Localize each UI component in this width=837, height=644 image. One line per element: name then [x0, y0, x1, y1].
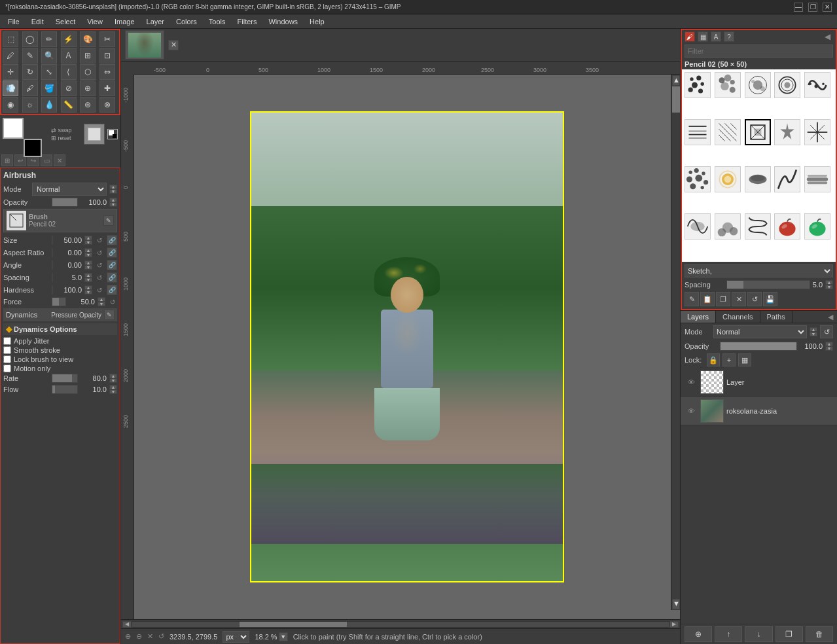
- brush-cell-16[interactable]: [715, 213, 741, 240]
- brush-cell-14[interactable]: [804, 166, 830, 192]
- brush-cell-18[interactable]: [774, 213, 800, 240]
- swap-colors-icon[interactable]: ⇄ swap: [51, 127, 72, 134]
- angle-link-button[interactable]: 🔗: [107, 260, 117, 270]
- lock-position-button[interactable]: +: [722, 353, 736, 367]
- brush-spacing-spinner[interactable]: ▲ ▼: [825, 280, 833, 289]
- nav-extra-button[interactable]: ↺: [158, 632, 164, 641]
- vscroll-down-button[interactable]: ▼: [672, 599, 680, 609]
- tool-dodge[interactable]: ☼: [22, 97, 38, 113]
- foreground-color[interactable]: [3, 118, 24, 139]
- vertical-scrollbar[interactable]: ▲ ▼: [671, 75, 680, 610]
- brush-copy-button[interactable]: ❐: [716, 292, 730, 306]
- brush-cell-7[interactable]: [745, 119, 771, 145]
- new-layer-icon[interactable]: ⊞: [1, 154, 13, 166]
- help-icon[interactable]: ?: [724, 31, 734, 42]
- tool-move[interactable]: ✛: [3, 64, 18, 80]
- layer-visibility-1[interactable]: 👁: [685, 404, 698, 418]
- brush-cell-6[interactable]: [715, 119, 741, 145]
- apply-jitter-checkbox[interactable]: [3, 337, 11, 345]
- dynamics-edit-button[interactable]: ✎: [104, 310, 115, 320]
- menu-file[interactable]: File: [3, 16, 25, 27]
- tool-pencil[interactable]: ✎: [22, 48, 38, 63]
- menu-layer[interactable]: Layer: [141, 16, 170, 27]
- angle-spinner[interactable]: ▲ ▼: [84, 260, 92, 270]
- brush-panel-collapse[interactable]: ◀: [822, 32, 833, 41]
- layer-item-0[interactable]: 👁 Layer: [681, 368, 837, 397]
- mode-spinner[interactable]: ▲ ▼: [109, 185, 117, 194]
- vscroll-up-button[interactable]: ▲: [672, 75, 680, 86]
- tool-color-pick[interactable]: 💧: [41, 97, 57, 113]
- brush-cell-15[interactable]: [685, 213, 711, 240]
- brush-save-button[interactable]: 💾: [763, 292, 777, 306]
- menu-select[interactable]: Select: [50, 16, 81, 27]
- menu-image[interactable]: Image: [109, 16, 140, 27]
- tool-blur[interactable]: ◉: [3, 97, 18, 113]
- tool-airbrush[interactable]: 💨: [3, 80, 18, 96]
- aspect-ratio-link-button[interactable]: 🔗: [107, 247, 117, 258]
- brush-duplicate-button[interactable]: 📋: [700, 292, 715, 306]
- size-spinner[interactable]: ▲ ▼: [84, 236, 92, 245]
- vscroll-thumb[interactable]: [672, 86, 680, 113]
- opacity-slider[interactable]: [52, 198, 78, 207]
- lock-brush-checkbox[interactable]: [3, 355, 11, 363]
- close-thumbnail-button[interactable]: ✕: [168, 40, 179, 50]
- aspect-ratio-reset-button[interactable]: ↺: [95, 248, 104, 257]
- reset-colors-icon[interactable]: ⊞ reset: [51, 135, 72, 141]
- tool-free-select[interactable]: ✏: [41, 31, 57, 47]
- flow-spinner[interactable]: ▲ ▼: [109, 385, 117, 394]
- spacing-reset-button[interactable]: ↺: [95, 273, 104, 282]
- aspect-ratio-slider[interactable]: [52, 248, 53, 257]
- tool-clone[interactable]: ⊕: [80, 80, 96, 96]
- tool-text[interactable]: A: [61, 48, 77, 63]
- layers-mode-select[interactable]: Normal Dissolve Multiply Screen Overlay: [713, 325, 807, 338]
- brush-filter-input[interactable]: [685, 45, 833, 58]
- close-button[interactable]: ✕: [823, 3, 832, 12]
- brush-delete-button[interactable]: ✕: [732, 292, 746, 306]
- angle-reset-button[interactable]: ↺: [95, 260, 104, 270]
- hscroll-left-button[interactable]: ◀: [122, 621, 132, 628]
- brush-cell-10[interactable]: [685, 166, 711, 192]
- brush-edit-button[interactable]: ✎: [103, 215, 114, 226]
- patterns-icon[interactable]: ▦: [698, 31, 708, 42]
- tool-shear[interactable]: ⟨: [61, 64, 77, 80]
- smooth-stroke-checkbox[interactable]: [3, 346, 11, 354]
- raise-layer-button[interactable]: ↑: [715, 626, 742, 642]
- force-reset-button[interactable]: ↺: [108, 297, 117, 306]
- size-link-button[interactable]: 🔗: [107, 235, 117, 245]
- unit-select[interactable]: px in mm: [223, 631, 249, 643]
- tool-zoom[interactable]: 🔍: [41, 48, 57, 63]
- tab-paths[interactable]: Paths: [760, 311, 792, 323]
- menu-filters[interactable]: Filters: [232, 16, 262, 27]
- layers-panel-collapse[interactable]: ◀: [824, 312, 837, 323]
- tool-paths[interactable]: 🖊: [3, 48, 18, 63]
- brush-cell-11[interactable]: [715, 166, 741, 192]
- image-thumbnail[interactable]: [125, 30, 164, 60]
- brush-cell-8[interactable]: [774, 119, 800, 145]
- lock-alpha-button[interactable]: ▦: [738, 353, 751, 367]
- tool-crop[interactable]: ⊡: [99, 48, 115, 63]
- nav-down-button[interactable]: ⊖: [136, 632, 142, 641]
- size-reset-button[interactable]: ↺: [95, 236, 104, 245]
- tool-bucket[interactable]: 🪣: [41, 80, 57, 96]
- brush-cell-19[interactable]: [804, 213, 830, 240]
- hardness-slider[interactable]: [52, 285, 53, 295]
- menu-windows[interactable]: Windows: [263, 16, 303, 27]
- brush-cell-5[interactable]: [685, 119, 711, 145]
- tool-rotate[interactable]: ↻: [22, 64, 38, 80]
- flow-slider[interactable]: [52, 385, 78, 394]
- new-layer-button[interactable]: ⊕: [685, 626, 712, 642]
- fonts-icon[interactable]: A: [711, 31, 721, 42]
- rate-spinner[interactable]: ▲ ▼: [109, 374, 117, 383]
- nav-up-button[interactable]: ⊕: [125, 632, 131, 641]
- tool-scale[interactable]: ⤡: [41, 64, 57, 80]
- menu-view[interactable]: View: [82, 16, 108, 27]
- menu-help[interactable]: Help: [304, 16, 330, 27]
- menu-colors[interactable]: Colors: [171, 16, 202, 27]
- layer-item-1[interactable]: 👁 roksolana-zasia: [681, 397, 837, 425]
- maximize-button[interactable]: ❐: [808, 3, 817, 12]
- background-color[interactable]: [24, 139, 42, 157]
- tool-eraser[interactable]: ⊘: [61, 80, 77, 96]
- brush-cell-12[interactable]: [745, 166, 771, 192]
- mode-select[interactable]: Normal Dissolve Multiply Screen: [32, 183, 107, 196]
- tab-channels[interactable]: Channels: [716, 311, 760, 323]
